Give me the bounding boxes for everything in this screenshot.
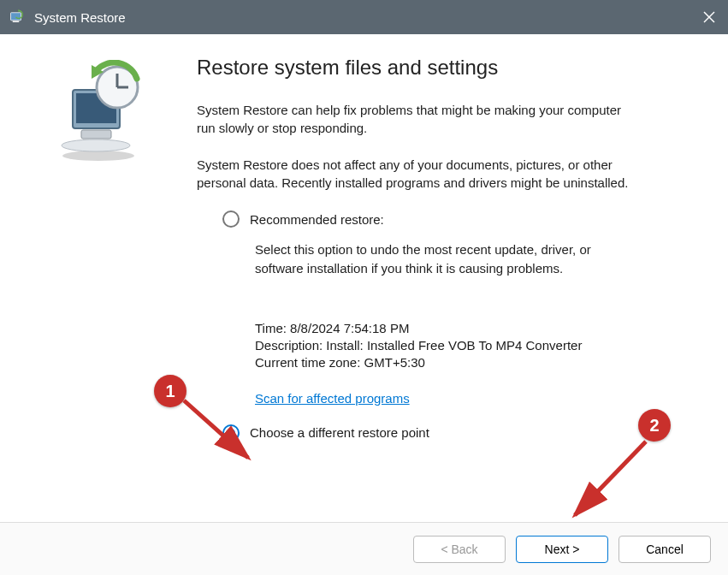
recommended-description: Select this option to undo the most rece… [255,240,623,278]
annotation-callout-2: 2 [638,409,671,442]
restore-time: Time: 8/8/2024 7:54:18 PM [255,321,694,335]
next-button[interactable]: Next > [516,536,608,563]
svg-point-9 [62,139,130,151]
svg-rect-8 [81,130,111,139]
choose-different-option[interactable]: Choose a different restore point [222,424,694,442]
main-pane: Restore system files and settings System… [197,34,728,522]
restore-timezone: Current time zone: GMT+5:30 [255,355,694,370]
intro-text-1: System Restore can help fix problems tha… [197,101,642,137]
restore-details: Time: 8/8/2024 7:54:18 PM Description: I… [255,321,694,406]
window-title: System Restore [34,10,126,25]
system-restore-icon [47,60,150,163]
cancel-button[interactable]: Cancel [619,536,711,563]
svg-rect-0 [11,13,21,21]
content-area: Restore system files and settings System… [0,34,728,522]
svg-point-5 [62,151,134,161]
left-pane [0,34,197,522]
recommended-label: Recommended restore: [250,212,384,227]
back-button: < Back [413,536,506,563]
intro-text-2: System Restore does not affect any of yo… [197,156,642,192]
close-button[interactable] [699,7,719,27]
close-icon [702,10,716,24]
annotation-callout-1: 1 [154,375,186,407]
choose-different-label: Choose a different restore point [250,425,429,440]
titlebar: System Restore [0,0,728,34]
svg-rect-1 [13,21,20,23]
radio-recommended[interactable] [222,210,240,228]
page-heading: Restore system files and settings [197,56,694,80]
scan-affected-programs-link[interactable]: Scan for affected programs [255,391,410,406]
options-group: Recommended restore: Select this option … [222,210,694,442]
svg-marker-2 [19,9,21,12]
radio-choose-different[interactable] [222,424,240,442]
app-icon [9,9,26,26]
restore-description: Description: Install: Installed Free VOB… [255,338,694,353]
recommended-restore-option[interactable]: Recommended restore: [222,210,694,228]
footer-buttons: < Back Next > Cancel [0,522,728,575]
